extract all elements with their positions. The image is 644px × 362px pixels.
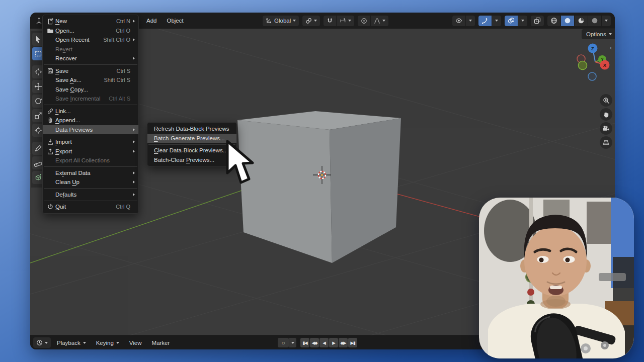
file-menu-item-clean-up[interactable]: Clean Up [43,177,138,187]
tool-select-box-icon [34,50,42,58]
submenu-item-batch-clear-previews[interactable]: Batch-Clear Previews... [147,155,236,165]
menu-add[interactable]: Add [142,16,161,25]
menu-item-shortcut: Shift Ctrl S [98,77,130,83]
submenu-item-batch-generate-previews[interactable]: Batch-Generate Previews... [147,134,236,143]
zoom-control-button[interactable] [600,94,612,107]
file-menu-item-save-as[interactable]: Save As...Shift Ctrl S [43,75,138,85]
file-menu-item-recover[interactable]: Recover [43,54,138,63]
file-menu-item-save[interactable]: SaveCtrl S [43,66,138,76]
play-reverse-button[interactable]: ◀ [319,338,329,347]
menu-separator [44,105,137,105]
chevron-down-icon [293,20,296,22]
gizmo-y-label: Y [601,57,604,62]
menu-object[interactable]: Object [162,16,188,25]
shading-material-icon [578,17,585,24]
menu-separator [44,166,137,167]
tool-rotate-icon [34,97,42,105]
file-menu-item-import[interactable]: Import [43,137,138,147]
auto-keying-dropdown[interactable] [289,338,296,347]
gizmo-minus-z-ball[interactable] [588,72,596,80]
timeline-menu-marker[interactable]: Marker [148,338,174,347]
submenu-arrow-icon [130,180,135,184]
menu-item-label: Import [55,139,72,145]
snap-toggle-button[interactable] [324,16,336,26]
gizmo-minus-y-ball[interactable] [579,61,587,70]
pan-control-button[interactable] [600,108,612,121]
menu-item-label: Save As... [55,77,82,83]
chevron-down-icon [348,20,351,22]
pivot-point-dropdown[interactable] [302,16,320,26]
xray-icon [534,17,541,24]
file-menu-item-export[interactable]: Export [43,147,138,156]
options-dropdown[interactable]: Options [582,29,615,39]
snap-magnet-icon [327,18,333,24]
chevron-down-icon [314,20,317,22]
overlays-icon [508,17,515,24]
overlays-dropdown[interactable] [518,16,527,26]
menu-item-label: Clear Data-Block Previews... [154,147,227,153]
timeline-menu-playback[interactable]: Playback [53,338,90,347]
menu-item-label: New [55,18,67,24]
auto-keying-button[interactable]: ○ [278,338,289,347]
overlays-toggle-button[interactable] [505,16,518,26]
jump-to-end-button[interactable]: ▶▮ [348,338,357,347]
transform-orientation-label: Global [274,18,291,24]
presenter-illustration [479,198,634,358]
shading-rendered-button[interactable] [588,16,601,26]
chevron-down-icon [116,342,119,344]
gizmos-icon [481,17,489,24]
menu-separator [44,64,137,65]
menu-separator [44,136,137,136]
play-button[interactable]: ▶ [329,338,338,347]
chevron-down-icon [609,33,612,35]
submenu-item-clear-data-block-previews[interactable]: Clear Data-Block Previews... [147,146,236,155]
submenu-arrow-icon [130,150,135,153]
gizmo-z-label: Z [591,46,594,51]
xray-toggle-button[interactable] [531,16,544,26]
file-menu-item-link[interactable]: Link... [43,107,138,116]
proportional-falloff-dropdown[interactable] [371,16,388,26]
transform-orientation-dropdown[interactable]: Global [263,16,299,26]
shading-material-button[interactable] [575,16,588,26]
transform-orientation-icon [266,18,272,24]
shading-dropdown[interactable] [602,16,611,26]
shading-solid-button[interactable] [561,16,574,26]
falloff-curve-icon [374,18,380,24]
file-menu-item-open[interactable]: Open...Ctrl O [43,26,138,36]
chevron-down-icon [291,342,294,344]
camera-view-button[interactable] [600,122,612,135]
menu-item-label: Batch-Clear Previews... [154,157,214,163]
file-menu-item-quit[interactable]: QuitCtrl Q [43,202,138,212]
timeline-editor-type-button[interactable] [33,337,51,348]
save-icon [45,67,55,74]
page-background: Add Object Global [0,0,644,362]
file-menu-item-append[interactable]: Append... [43,116,138,125]
shading-wireframe-icon [550,17,557,24]
previous-keyframe-button[interactable]: ◀◆ [310,338,319,347]
gizmos-dropdown[interactable] [492,16,501,26]
gizmos-toggle-button[interactable] [478,16,492,26]
file-menu-item-new[interactable]: NewCtrl N [43,17,138,26]
submenu-item-refresh-data-block-previews[interactable]: Refresh Data-Block Previews [147,124,236,134]
ortho-toggle-button[interactable] [600,136,612,149]
options-label: Options [586,31,606,37]
jump-to-start-button[interactable]: ▮◀ [300,338,309,347]
navigation-gizmo[interactable]: Z Y X [573,42,615,88]
menu-item-shortcut: Ctrl Q [110,204,130,210]
next-keyframe-button[interactable]: ◆▶ [339,338,348,347]
menu-item-label: Revert [55,46,72,52]
file-menu-item-external-data[interactable]: External Data [43,168,138,178]
visibility-dropdown[interactable] [466,16,475,26]
shading-wireframe-button[interactable] [547,16,560,26]
file-menu-item-save-copy[interactable]: Save Copy... [43,85,138,95]
file-menu-item-defaults[interactable]: Defaults [43,190,138,200]
proportional-editing-button[interactable] [358,16,370,26]
snap-target-dropdown[interactable] [337,16,354,26]
menu-item-label: Quit [55,204,66,210]
file-menu-item-open-recent[interactable]: Open RecentShift Ctrl O [43,35,138,45]
timeline-menu-keying[interactable]: Keying [92,338,123,347]
file-menu-item-data-previews[interactable]: Data Previews [43,125,138,135]
timeline-menu-view[interactable]: View [125,338,146,347]
tool-scale-icon [34,112,42,120]
object-visibility-button[interactable] [452,16,465,26]
